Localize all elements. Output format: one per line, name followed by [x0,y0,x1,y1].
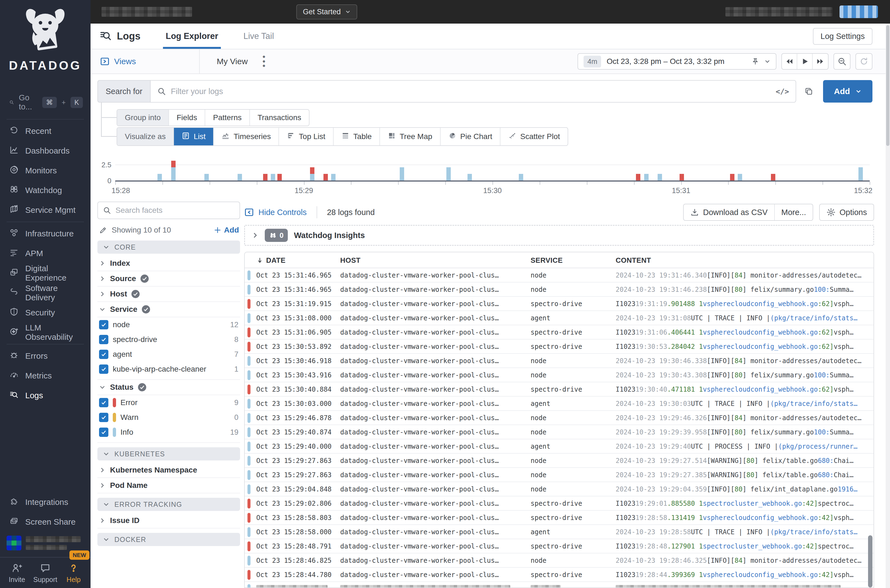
column-service[interactable]: SERVICE [531,252,563,268]
table-row[interactable]: Oct 23 15:31:06.905datadog-cluster-vmwar… [245,325,873,339]
sidebar-item-screen-share[interactable]: Screen Share [0,512,90,532]
chart-bar[interactable] [636,174,640,180]
sidebar-item-security[interactable]: Security [0,303,90,322]
chart-bar[interactable] [323,174,328,180]
tab-log-explorer[interactable]: Log Explorer [166,24,218,49]
chevron-down-icon[interactable] [764,58,770,64]
chart-bar[interactable] [171,161,176,180]
sidebar-item-recent[interactable]: Recent [0,121,90,141]
chart-bar[interactable] [310,167,314,180]
chart-bar[interactable] [644,174,648,180]
log-volume-chart[interactable]: 2.5 0 15:2815:2915:3015:3115:32 [90,154,890,197]
tab-live-tail[interactable]: Live Tail [243,24,274,49]
facet-value-kube-vip-arp-cache-cleaner[interactable]: kube-vip-arp-cache-cleaner1 [98,362,240,376]
goto-search[interactable]: Go to... ⌘ + K [0,88,90,117]
sidebar-item-dashboards[interactable]: Dashboards [0,141,90,161]
table-row[interactable]: Oct 23 15:31:08.000datadog-cluster-vmwar… [245,311,873,325]
chart-bar[interactable] [657,174,662,180]
sidebar-item-apm[interactable]: APM [0,243,90,263]
facet-host[interactable]: Host [98,286,240,302]
table-row[interactable]: Oct 23 15:29:40.000datadog-cluster-vmwar… [245,440,873,454]
invite-button[interactable]: Invite [3,562,31,584]
table-scrollbar-thumb[interactable] [868,536,872,588]
watchdog-insights-row[interactable]: 0 Watchdog Insights [244,225,874,246]
facet-value-node[interactable]: node12 [98,317,240,332]
table-row[interactable]: Oct 23 15:28:46.825datadog-cluster-vmwar… [245,554,873,568]
column-date[interactable]: DATE [256,252,285,268]
hide-controls-button[interactable]: Hide Controls [244,207,307,217]
add-facet-button[interactable]: Add [214,226,239,234]
table-row[interactable]: Oct 23 15:29:02.806datadog-cluster-vmwar… [245,496,873,511]
sidebar-item-metrics[interactable]: Metrics [0,366,90,386]
options-button[interactable]: Options [819,204,874,221]
facet-kubernetes-namespace[interactable]: Kubernetes Namespace [98,463,240,478]
page-scrollbar-thumb[interactable] [886,25,890,146]
column-host[interactable]: HOST [340,252,360,268]
help-button[interactable]: NEW Help [60,562,88,584]
views-button[interactable]: Views [90,50,200,74]
table-row[interactable]: Oct 23 15:30:40.884datadog-cluster-vmwar… [245,382,873,397]
redacted-upgrade-button[interactable] [839,6,878,18]
sidebar-item-digital-experience[interactable]: Digital Experience [0,263,90,283]
chart-bar[interactable] [331,174,336,180]
facet-value-info[interactable]: Info19 [98,425,240,440]
viz-option-tree-map[interactable]: Tree Map [380,128,441,146]
view-kebab-menu[interactable]: ••• [263,55,266,68]
more-button[interactable]: More... [775,204,813,220]
view-name[interactable]: My View [217,57,248,66]
table-row[interactable]: Oct 23 15:28:44.780datadog-cluster-vmwar… [245,568,873,582]
table-row[interactable]: Oct 23 15:28:48.791datadog-cluster-vmwar… [245,539,873,554]
sidebar-item-infrastructure[interactable]: Infrastructure [0,224,90,243]
sidebar-item-llm-observability[interactable]: LLM Observability [0,322,90,342]
table-row[interactable]: Oct 23 15:29:04.848datadog-cluster-vmwar… [245,482,873,496]
chart-bar[interactable] [263,174,267,180]
table-row[interactable]: Oct 23 15:30:53.892datadog-cluster-vmwar… [245,339,873,354]
viz-option-scatter-plot[interactable]: Scatter Plot [500,128,567,146]
pin-icon[interactable] [751,57,759,66]
download-csv-button[interactable]: Download as CSV [684,204,774,220]
chart-bar[interactable] [158,174,162,180]
facet-value-warn[interactable]: Warn0 [98,410,240,425]
table-row[interactable]: Oct 23 15:29:40.874datadog-cluster-vmwar… [245,425,873,440]
facet-index[interactable]: Index [98,256,240,271]
table-row[interactable]: Oct 23 15:28:58.000datadog-cluster-vmwar… [245,525,873,539]
viz-option-timeseries[interactable]: Timeseries [214,128,279,146]
chart-bar[interactable] [446,167,451,180]
group-option-fields[interactable]: Fields [169,110,206,126]
chart-bar[interactable] [858,167,863,180]
sidebar-item-software-delivery[interactable]: Software Delivery [0,283,90,303]
chart-bar[interactable] [271,174,275,180]
checkbox-checked[interactable] [99,413,108,422]
table-row[interactable] [245,582,873,588]
chart-bar[interactable] [680,174,684,180]
checkbox-checked[interactable] [99,320,108,329]
sidebar-item-integrations[interactable]: Integrations [0,492,90,512]
page-scrollbar[interactable] [885,24,890,588]
table-row[interactable]: Oct 23 15:31:19.915datadog-cluster-vmwar… [245,297,873,311]
viz-option-table[interactable]: Table [334,128,380,146]
checkbox-checked[interactable] [99,335,108,344]
search-input[interactable] [171,87,771,96]
table-row[interactable]: Oct 23 15:28:58.803datadog-cluster-vmwar… [245,511,873,525]
facet-section-core[interactable]: CORE [98,240,240,254]
checkbox-checked[interactable] [99,428,108,437]
edit-pencil-icon[interactable] [99,226,107,234]
group-option-transactions[interactable]: Transactions [250,110,309,126]
table-row[interactable]: Oct 23 15:29:46.878datadog-cluster-vmwar… [245,411,873,425]
sidebar-item-logs[interactable]: Logs [0,386,90,405]
table-row[interactable]: Oct 23 15:30:03.000datadog-cluster-vmwar… [245,397,873,411]
chart-bar[interactable] [467,174,472,180]
checkbox-checked[interactable] [99,398,108,407]
chart-bar[interactable] [400,167,404,180]
table-row[interactable]: Oct 23 15:31:46.965datadog-cluster-vmwar… [245,268,873,282]
facet-search-input[interactable] [116,206,234,215]
facet-section-error-tracking[interactable]: ERROR TRACKING [98,498,240,511]
time-range-picker[interactable]: 4m Oct 23, 3:28 pm – Oct 23, 3:32 pm [578,53,776,70]
facet-pod-name[interactable]: Pod Name [98,478,240,494]
fast-forward-button[interactable] [813,54,828,69]
facet-service[interactable]: Service [98,302,240,317]
sidebar-item-errors[interactable]: Errors [0,346,90,366]
code-view-icon[interactable]: </> [776,87,789,96]
zoom-out-button[interactable] [833,53,851,70]
chart-bar[interactable] [730,174,734,180]
